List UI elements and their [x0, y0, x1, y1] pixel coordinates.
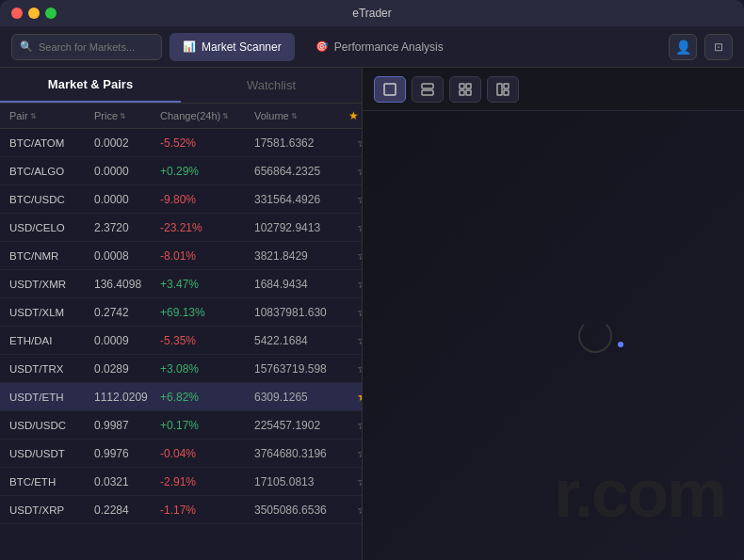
- cell-pair: BTC/USDC: [9, 194, 94, 205]
- svg-rect-2: [422, 90, 433, 95]
- cell-price: 136.4098: [94, 278, 160, 291]
- window-controls[interactable]: [11, 8, 57, 19]
- header-change[interactable]: Change(24h) ⇅: [160, 109, 254, 122]
- layout-hsplit-button[interactable]: [412, 76, 444, 103]
- profile-icon: 👤: [675, 40, 691, 55]
- cell-volume: 15763719.598: [254, 362, 348, 376]
- table-row[interactable]: USD/USDC 0.9987 +0.17% 225457.1902 ☆: [0, 411, 362, 440]
- cell-star[interactable]: ☆: [348, 361, 362, 376]
- header-volume[interactable]: Volume ⇅: [254, 109, 348, 122]
- layout-single-button[interactable]: [374, 76, 406, 103]
- cell-star[interactable]: ☆: [348, 446, 362, 460]
- table-row[interactable]: BTC/NMR 0.0008 -8.01% 3821.8429 ☆: [0, 242, 362, 270]
- cell-change: +0.29%: [160, 165, 254, 178]
- table-row[interactable]: BTC/ALGO 0.0000 +0.29% 656864.2325 ☆: [0, 157, 362, 185]
- cell-pair: ETH/DAI: [9, 335, 94, 346]
- svg-rect-4: [466, 84, 471, 88]
- cell-pair: BTC/ETH: [9, 476, 94, 488]
- svg-rect-0: [384, 84, 396, 95]
- cell-volume: 17581.6362: [254, 136, 348, 150]
- table-row[interactable]: USDT/TRX 0.0289 +3.08% 15763719.598 ☆: [0, 355, 362, 383]
- close-button[interactable]: [11, 8, 23, 19]
- svg-rect-8: [504, 84, 509, 88]
- cell-price: 0.0000: [94, 193, 160, 206]
- profile-button[interactable]: 👤: [669, 34, 697, 60]
- table-row[interactable]: USD/USDT 0.9976 -0.04% 3764680.3196 ☆: [0, 440, 362, 468]
- cell-star[interactable]: ☆: [348, 136, 362, 150]
- sort-icon-change: ⇅: [222, 112, 229, 120]
- layout-quad-button[interactable]: [449, 76, 481, 103]
- cell-star[interactable]: ★: [348, 390, 362, 404]
- tab-market-scanner[interactable]: 📊 Market Scanner: [170, 33, 295, 61]
- table-row[interactable]: BTC/ATOM 0.0002 -5.52% 17581.6362 ☆: [0, 129, 362, 157]
- table-row[interactable]: USDT/XRP 0.2284 -1.17% 3505086.6536 ☆: [0, 496, 362, 524]
- table-row[interactable]: USDT/XLM 0.2742 +69.13% 10837981.630 ☆: [0, 298, 362, 327]
- cell-star[interactable]: ☆: [348, 164, 362, 178]
- cell-pair: USDT/TRX: [9, 363, 94, 375]
- cell-star[interactable]: ☆: [348, 418, 362, 432]
- cell-star[interactable]: ☆: [348, 192, 362, 206]
- layout-custom-button[interactable]: [487, 76, 519, 103]
- cell-star[interactable]: ☆: [348, 474, 362, 488]
- cell-star[interactable]: ☆: [348, 220, 362, 234]
- cell-price: 0.2742: [94, 306, 160, 319]
- chart-toolbar: [363, 68, 744, 111]
- tab-performance-analysis[interactable]: 🎯 Performance Analysis: [302, 33, 457, 61]
- cell-pair: BTC/ALGO: [9, 166, 94, 177]
- cell-change: -1.17%: [160, 504, 254, 517]
- search-placeholder: Search for Markets...: [39, 41, 135, 53]
- cell-change: -0.04%: [160, 447, 254, 460]
- cell-star[interactable]: ☆: [348, 333, 362, 347]
- cell-change: +0.17%: [160, 419, 254, 432]
- cell-volume: 3505086.6536: [254, 504, 348, 517]
- right-panel: r.com: [363, 68, 744, 560]
- window-title: eTrader: [352, 7, 392, 20]
- cell-star[interactable]: ☆: [348, 277, 362, 291]
- cell-price: 0.0002: [94, 136, 160, 150]
- custom-layout-icon: [495, 82, 510, 97]
- watermark: r.com: [554, 455, 725, 532]
- cell-star[interactable]: ☆: [348, 305, 362, 319]
- cell-pair: USDT/ETH: [9, 392, 94, 403]
- cell-pair: USDT/XMR: [9, 279, 94, 290]
- cell-pair: USDT/XRP: [9, 504, 94, 516]
- cell-star[interactable]: ☆: [348, 248, 362, 263]
- svg-rect-7: [497, 84, 502, 95]
- sort-icon-price: ⇅: [120, 112, 126, 120]
- cell-price: 0.0008: [94, 249, 160, 263]
- single-layout-icon: [382, 82, 397, 97]
- header-price[interactable]: Price ⇅: [94, 109, 160, 122]
- cell-change: +3.08%: [160, 362, 254, 376]
- cell-change: -5.35%: [160, 334, 254, 347]
- search-box[interactable]: 🔍 Search for Markets...: [11, 34, 162, 60]
- cell-star[interactable]: ☆: [348, 503, 362, 517]
- quad-layout-icon: [458, 82, 473, 97]
- minimize-button[interactable]: [28, 8, 40, 19]
- svg-rect-3: [460, 84, 464, 88]
- performance-analysis-icon: 🎯: [315, 40, 329, 53]
- cell-price: 2.3720: [94, 221, 160, 234]
- table-row[interactable]: USDT/XMR 136.4098 +3.47% 1684.9434 ☆: [0, 270, 362, 298]
- table-row[interactable]: BTC/ETH 0.0321 -2.91% 17105.0813 ☆: [0, 468, 362, 496]
- table-header: Pair ⇅ Price ⇅ Change(24h) ⇅ Volume ⇅ ★: [0, 104, 362, 129]
- table-row[interactable]: BTC/USDC 0.0000 -9.80% 331564.4926 ☆: [0, 185, 362, 214]
- table-row[interactable]: ETH/DAI 0.0009 -5.35% 5422.1684 ☆: [0, 327, 362, 355]
- maximize-button[interactable]: [45, 8, 57, 19]
- hsplit-layout-icon: [420, 82, 435, 97]
- cell-change: -8.01%: [160, 249, 254, 263]
- cell-pair: USD/CELO: [9, 222, 94, 233]
- layout-button[interactable]: ⊡: [704, 34, 733, 60]
- market-table[interactable]: BTC/ATOM 0.0002 -5.52% 17581.6362 ☆ BTC/…: [0, 129, 362, 560]
- cell-volume: 1684.9434: [254, 278, 348, 291]
- main-content: Market & Pairs Watchlist Pair ⇅ Price ⇅ …: [0, 68, 744, 560]
- header-pair[interactable]: Pair ⇅: [9, 109, 94, 122]
- table-row[interactable]: USD/CELO 2.3720 -23.21% 102792.9413 ☆: [0, 214, 362, 242]
- cell-volume: 225457.1902: [254, 419, 348, 432]
- cell-price: 0.0009: [94, 334, 160, 347]
- cell-change: +3.47%: [160, 278, 254, 291]
- market-scanner-icon: 📊: [183, 40, 196, 53]
- cell-price: 1112.0209: [94, 391, 160, 404]
- tab-watchlist[interactable]: Watchlist: [181, 68, 362, 103]
- tab-market-pairs[interactable]: Market & Pairs: [0, 68, 181, 103]
- table-row[interactable]: USDT/ETH 1112.0209 +6.82% 6309.1265 ★: [0, 383, 362, 411]
